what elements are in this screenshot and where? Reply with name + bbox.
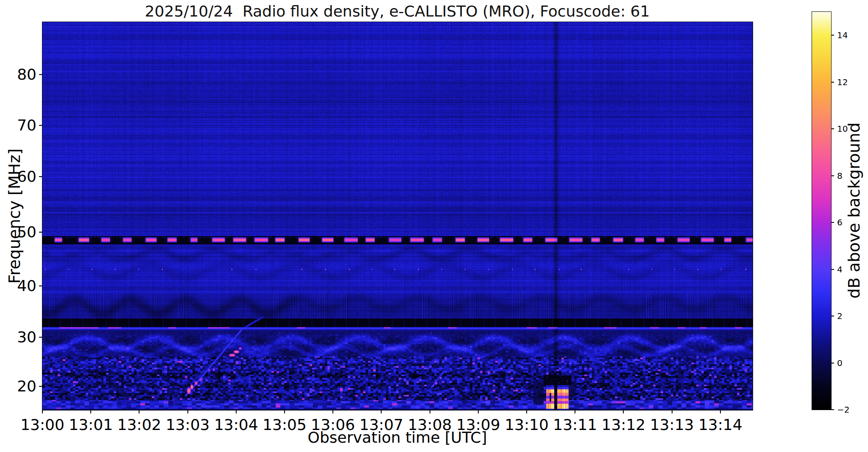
x-axis-tick — [381, 410, 382, 413]
colorbar-tick-label: 0 — [837, 358, 843, 368]
figure-title: 2025/10/24 Radio flux density, e-CALLIST… — [145, 3, 650, 20]
y-axis-tick — [39, 337, 42, 338]
colorbar-tick-label: 4 — [837, 264, 843, 275]
y-axis-tick — [39, 386, 42, 387]
x-axis-tick — [575, 410, 575, 413]
x-axis-tick — [332, 410, 333, 413]
y-axis-tick-label: 30 — [0, 328, 36, 347]
x-axis-tick — [90, 410, 91, 413]
y-axis-tick-label: 20 — [0, 377, 36, 396]
y-axis-tick-label: 60 — [0, 167, 36, 186]
x-axis-label: Observation time [UTC] — [308, 429, 487, 446]
x-axis-tick — [187, 410, 188, 413]
colorbar-tick — [831, 269, 834, 270]
x-axis-tick — [720, 410, 721, 413]
x-axis-tick-label: 13:11 — [553, 416, 597, 433]
x-axis-tick — [526, 410, 527, 413]
x-axis-tick — [623, 410, 624, 413]
colorbar-tick-label: −2 — [837, 405, 849, 415]
colorbar-tick-label: 6 — [837, 217, 843, 227]
colorbar-tick-label: 14 — [837, 30, 848, 40]
colorbar-tick-label: 8 — [837, 171, 843, 181]
x-axis-tick — [139, 410, 140, 413]
y-axis-tick-label: 50 — [0, 223, 36, 241]
x-axis-tick — [42, 410, 43, 413]
x-axis-tick-label: 13:02 — [117, 416, 162, 433]
x-axis-tick-label: 13:13 — [650, 416, 694, 433]
colorbar-tick — [831, 175, 834, 176]
spectrogram-canvas — [42, 22, 753, 410]
y-axis-tick — [39, 74, 42, 75]
x-axis-tick-label: 13:03 — [166, 416, 210, 433]
y-axis-tick-label: 80 — [0, 65, 36, 84]
x-axis-tick — [236, 410, 237, 413]
x-axis-tick — [672, 410, 673, 413]
colorbar-tick — [831, 128, 834, 129]
y-axis-tick-label: 40 — [0, 277, 36, 295]
x-axis-tick-label: 13:04 — [214, 416, 258, 433]
colorbar-tick — [831, 363, 834, 363]
x-axis-tick — [430, 410, 430, 413]
colorbar — [812, 11, 832, 410]
x-axis-tick-label: 13:00 — [20, 416, 64, 433]
y-axis-tick — [39, 232, 42, 233]
colorbar-tick — [831, 409, 834, 410]
x-axis-tick-label: 13:12 — [602, 416, 646, 433]
x-axis-tick-label: 13:10 — [505, 416, 549, 433]
colorbar-tick-label: 12 — [837, 77, 848, 87]
x-axis-tick-label: 13:14 — [698, 416, 742, 433]
colorbar-tick — [831, 316, 834, 316]
y-axis-tick — [39, 286, 42, 286]
y-axis-tick — [39, 176, 42, 177]
x-axis-tick — [478, 410, 479, 413]
x-axis-tick-label: 13:05 — [262, 416, 307, 433]
spectrogram-figure: 2025/10/24 Radio flux density, e-CALLIST… — [0, 0, 868, 452]
y-axis-tick — [39, 125, 42, 126]
colorbar-gradient — [812, 12, 831, 410]
x-axis-tick — [284, 410, 285, 413]
colorbar-tick-label: 2 — [837, 311, 843, 321]
y-axis-tick-label: 70 — [0, 116, 36, 135]
colorbar-tick — [831, 82, 834, 83]
colorbar-tick — [831, 35, 834, 36]
colorbar-tick — [831, 222, 834, 223]
plot-area — [42, 22, 753, 410]
colorbar-label: dB above background — [845, 122, 863, 299]
x-axis-tick-label: 13:01 — [69, 416, 113, 433]
